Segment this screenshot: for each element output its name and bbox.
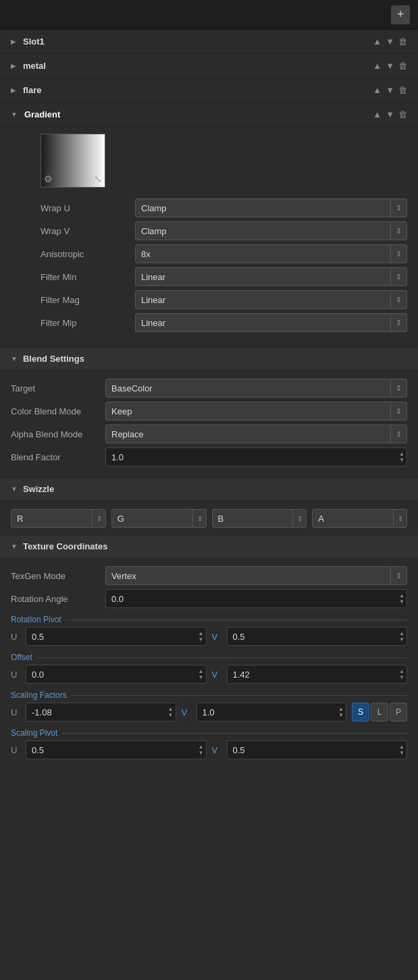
scaling-v-input[interactable] [197, 703, 347, 722]
rotation-pivot-u-input-wrapper: ▲ ▼ [26, 627, 207, 646]
filter-mag-label: Filter Mag [41, 295, 135, 305]
wrap-v-select[interactable]: ClampRepeatMirror [135, 221, 407, 240]
swizzle-section: Swizzle RGBA RGBA RGBA RGBA [0, 479, 418, 536]
offset-v-down-icon[interactable]: ▼ [399, 675, 404, 680]
filter-min-row: Filter Min LinearNearestCubic [41, 267, 407, 286]
chevron-metal-icon [11, 62, 16, 70]
filter-mip-row: Filter Mip LinearNearestCubic [41, 313, 407, 332]
chevron-flare-icon [11, 86, 16, 94]
gradient-up-icon[interactable]: ▲ [373, 109, 382, 119]
scaling-pivot-u-down-icon[interactable]: ▼ [199, 751, 204, 756]
flare-up-icon[interactable]: ▲ [373, 85, 382, 95]
rotation-pivot-v-letter: V [212, 632, 221, 642]
scaling-u-input[interactable] [26, 703, 176, 722]
scaling-pivot-label: Scaling Pivot [11, 728, 407, 738]
swizzle-r-wrapper: RGBA [11, 509, 106, 528]
color-blend-mode-label: Color Blend Mode [11, 406, 105, 416]
slot1-down-icon[interactable]: ▼ [386, 36, 394, 47]
slot1-delete-icon[interactable]: 🗑 [398, 36, 407, 47]
scaling-pivot-u-input[interactable] [26, 740, 207, 759]
offset-u-up-icon[interactable]: ▲ [199, 669, 204, 674]
slot-row-slot1[interactable]: Slot1 ▲ ▼ 🗑 [0, 30, 418, 54]
metal-down-icon[interactable]: ▼ [386, 61, 394, 71]
blend-settings-title: Blend Settings [23, 354, 84, 364]
alpha-blend-mode-label: Alpha Blend Mode [11, 429, 105, 439]
blend-factor-input[interactable] [105, 447, 407, 466]
scale-btn-s[interactable]: S [352, 703, 369, 722]
filter-min-select[interactable]: LinearNearestCubic [135, 267, 407, 286]
offset-u-down-icon[interactable]: ▼ [199, 675, 204, 680]
rotation-pivot-v-input-wrapper: ▲ ▼ [227, 627, 408, 646]
metal-delete-icon[interactable]: 🗑 [398, 61, 407, 71]
slot1-up-icon[interactable]: ▲ [373, 36, 382, 47]
gradient-delete-icon[interactable]: 🗑 [398, 109, 407, 119]
scale-buttons-group: S L P [352, 703, 407, 722]
scaling-u-up-icon[interactable]: ▲ [168, 707, 174, 712]
rotation-pivot-uv-row: U ▲ ▼ V ▲ ▼ [11, 627, 407, 646]
scale-btn-p[interactable]: P [390, 703, 407, 722]
anisotropic-select-wrapper: 1x2x4x8x16x [135, 244, 407, 263]
scaling-pivot-v-input[interactable] [227, 740, 408, 759]
slot-row-metal[interactable]: metal ▲ ▼ 🗑 [0, 54, 418, 78]
blend-settings-body: Target BaseColorNormalRoughness Color Bl… [0, 375, 418, 479]
flare-actions: ▲ ▼ 🗑 [373, 85, 407, 95]
scaling-v-up-icon[interactable]: ▲ [338, 707, 344, 712]
texture-coordinates-header[interactable]: Texture Coordinates [0, 536, 418, 557]
rotation-angle-up-icon[interactable]: ▲ [399, 593, 404, 599]
rotation-angle-down-icon[interactable]: ▼ [399, 599, 404, 605]
gear-icon[interactable]: ⚙ [44, 173, 53, 184]
scaling-pivot-u-up-icon[interactable]: ▲ [199, 744, 204, 750]
scaling-v-down-icon[interactable]: ▼ [338, 713, 344, 718]
swizzle-title: Swizzle [23, 484, 54, 494]
offset-u-input[interactable] [26, 665, 207, 684]
blend-factor-down-icon[interactable]: ▼ [399, 458, 404, 463]
slot1-actions: ▲ ▼ 🗑 [373, 36, 407, 47]
scaling-uv-row: U ▲ ▼ V ▲ ▼ S L P [11, 703, 407, 722]
rotation-pivot-u-input[interactable] [26, 627, 207, 646]
metal-up-icon[interactable]: ▲ [373, 61, 382, 71]
wrap-u-select[interactable]: ClampRepeatMirror [135, 198, 407, 217]
wrap-v-row: Wrap V ClampRepeatMirror [41, 221, 407, 240]
texture-preview[interactable]: ⚙ ⤡ [41, 134, 105, 188]
anisotropic-select[interactable]: 1x2x4x8x16x [135, 244, 407, 263]
swizzle-header[interactable]: Swizzle [0, 479, 418, 499]
rotation-pivot-u-down-icon[interactable]: ▼ [199, 637, 204, 643]
rotation-pivot-v-up-icon[interactable]: ▲ [399, 631, 404, 636]
flare-down-icon[interactable]: ▼ [386, 85, 394, 95]
texgen-mode-select[interactable]: VertexUV0UV1Triplanar [105, 566, 407, 585]
add-slot-button[interactable]: + [391, 5, 410, 24]
flare-delete-icon[interactable]: 🗑 [398, 85, 407, 95]
scale-btn-l[interactable]: L [371, 703, 388, 722]
texture-coordinates-body: TexGen Mode VertexUV0UV1Triplanar Rotati… [0, 562, 418, 771]
scaling-pivot-v-up-icon[interactable]: ▲ [399, 744, 404, 750]
color-blend-mode-select[interactable]: KeepReplaceMixMultiply [105, 402, 407, 420]
rotation-pivot-v-down-icon[interactable]: ▼ [399, 637, 404, 643]
chevron-swizzle-icon [11, 485, 18, 493]
filter-mag-row: Filter Mag LinearNearestCubic [41, 290, 407, 309]
rotation-pivot-label: Rotation Pivot [11, 615, 407, 624]
swizzle-b-wrapper: RGBA [212, 509, 307, 528]
alpha-blend-mode-select[interactable]: KeepReplaceMix [105, 425, 407, 443]
rotation-pivot-v-input[interactable] [227, 627, 408, 646]
offset-v-up-icon[interactable]: ▲ [399, 669, 404, 674]
filter-mip-select-wrapper: LinearNearestCubic [135, 313, 407, 332]
scaling-u-down-icon[interactable]: ▼ [168, 713, 174, 718]
scaling-pivot-v-down-icon[interactable]: ▼ [399, 751, 404, 756]
offset-v-input[interactable] [227, 665, 408, 684]
scaling-pivot-u-letter: U [11, 745, 20, 755]
metal-label: metal [23, 61, 373, 71]
slot-row-gradient[interactable]: Gradient ▲ ▼ 🗑 [0, 103, 418, 127]
gradient-down-icon[interactable]: ▼ [386, 109, 394, 119]
scaling-u-letter: U [11, 707, 20, 717]
blend-settings-header[interactable]: Blend Settings [0, 348, 418, 369]
filter-mag-select[interactable]: LinearNearestCubic [135, 290, 407, 309]
slot1-label: Slot1 [23, 36, 373, 47]
rotation-angle-input[interactable] [105, 589, 407, 608]
slot-row-flare[interactable]: flare ▲ ▼ 🗑 [0, 78, 418, 103]
blend-factor-up-icon[interactable]: ▲ [399, 452, 404, 457]
target-select[interactable]: BaseColorNormalRoughness [105, 379, 407, 398]
resize-icon[interactable]: ⤡ [94, 173, 102, 184]
filter-mip-select[interactable]: LinearNearestCubic [135, 313, 407, 332]
rotation-pivot-u-up-icon[interactable]: ▲ [199, 631, 204, 636]
filter-mag-select-wrapper: LinearNearestCubic [135, 290, 407, 309]
